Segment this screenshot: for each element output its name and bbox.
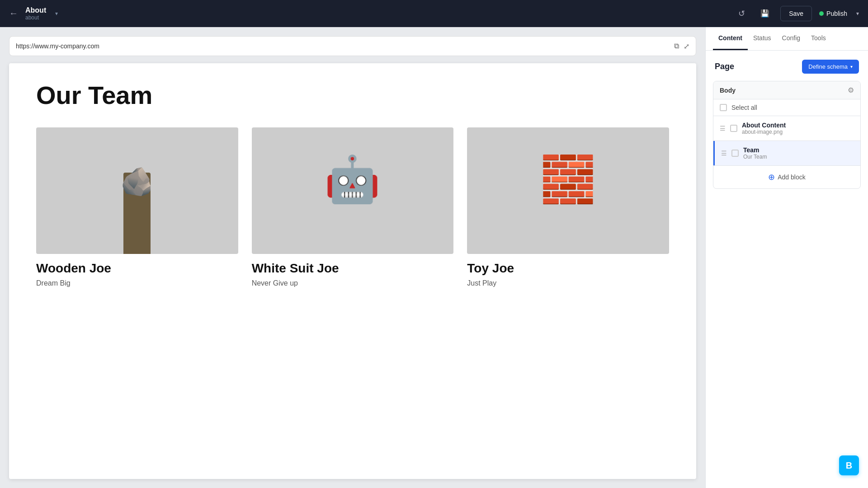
back-icon: ← xyxy=(9,8,18,19)
right-panel: ContentStatusConfigTools Page Define sch… xyxy=(705,27,868,488)
publish-label: Publish xyxy=(826,10,847,17)
expand-icon[interactable]: ⤢ xyxy=(684,42,689,51)
team-member-role: Dream Big xyxy=(36,279,238,287)
team-card: White Suit JoeNever Give up xyxy=(252,127,454,287)
team-card: Toy JoeJust Play xyxy=(467,127,669,287)
define-schema-label: Define schema xyxy=(808,63,848,70)
block-subtitle: Our Team xyxy=(743,154,854,160)
team-card-image-2 xyxy=(467,127,669,254)
team-member-role: Just Play xyxy=(467,279,669,287)
tab-tools[interactable]: Tools xyxy=(806,27,831,50)
gear-icon[interactable]: ⚙ xyxy=(848,86,854,94)
define-schema-button[interactable]: Define schema ▾ xyxy=(802,60,859,74)
add-block-icon: ⊕ xyxy=(768,172,775,182)
preview-frame: Our Team Wooden JoeDream BigWhite Suit J… xyxy=(9,63,696,479)
team-card-image-1 xyxy=(252,127,454,254)
body-header: Body ⚙ xyxy=(713,81,860,99)
drag-handle: ☰ xyxy=(720,125,726,132)
drag-handle: ☰ xyxy=(721,150,727,157)
tab-content[interactable]: Content xyxy=(713,27,748,50)
block-item[interactable]: ☰ Team Our Team xyxy=(713,141,860,165)
storyblok-logo: B xyxy=(846,460,852,471)
main-layout: https://www.my-company.com ⧉ ⤢ Our Team … xyxy=(0,27,868,488)
team-grid: Wooden JoeDream BigWhite Suit JoeNever G… xyxy=(36,127,669,287)
panel-tabs: ContentStatusConfigTools xyxy=(706,27,868,51)
block-name: About Content xyxy=(742,122,854,129)
panel-section-header: Page Define schema ▾ xyxy=(706,60,868,81)
team-member-role: Never Give up xyxy=(252,279,454,287)
add-block-label: Add block xyxy=(778,174,805,181)
block-items-container: ☰ About Content about-image.png ☰ Team O… xyxy=(713,116,860,165)
team-member-name: Toy Joe xyxy=(467,261,669,276)
select-all-row: Select all xyxy=(713,99,860,116)
publish-status-dot xyxy=(819,11,824,16)
publish-button[interactable]: Publish xyxy=(819,10,847,17)
select-all-label: Select all xyxy=(731,104,757,111)
save-icon-button[interactable]: 💾 xyxy=(757,5,773,22)
define-schema-caret: ▾ xyxy=(850,64,853,69)
team-member-name: Wooden Joe xyxy=(36,261,238,276)
block-checkbox[interactable] xyxy=(731,150,739,157)
team-member-name: White Suit Joe xyxy=(252,261,454,276)
body-label: Body xyxy=(720,87,736,94)
panel-section-title: Page xyxy=(715,62,734,71)
storyblok-button[interactable]: B xyxy=(839,455,859,475)
page-title: About xyxy=(25,6,46,14)
panel-content: Page Define schema ▾ Body ⚙ Select all ☰ xyxy=(706,51,868,488)
preview-area: https://www.my-company.com ⧉ ⤢ Our Team … xyxy=(0,27,705,488)
page-heading: Our Team xyxy=(36,81,669,109)
address-bar: https://www.my-company.com ⧉ ⤢ xyxy=(9,36,696,56)
refresh-button[interactable]: ↺ xyxy=(733,5,750,22)
copy-url-icon[interactable]: ⧉ xyxy=(674,42,679,50)
block-info: About Content about-image.png xyxy=(742,122,854,135)
publish-dropdown-arrow[interactable]: ▾ xyxy=(856,10,859,17)
block-name: Team xyxy=(743,146,854,154)
select-all-checkbox[interactable] xyxy=(720,104,727,111)
topbar: ← About about ▾ ↺ 💾 Save Publish ▾ xyxy=(0,0,868,27)
page-slug: about xyxy=(25,14,46,21)
block-subtitle: about-image.png xyxy=(742,129,854,135)
block-checkbox[interactable] xyxy=(730,125,737,132)
block-item[interactable]: ☰ About Content about-image.png xyxy=(713,116,860,141)
back-button[interactable]: ← xyxy=(9,8,18,19)
page-info: About about xyxy=(25,6,46,21)
tab-config[interactable]: Config xyxy=(777,27,806,50)
add-block-row[interactable]: ⊕ Add block xyxy=(713,165,860,188)
team-card-image-0 xyxy=(36,127,238,254)
page-dropdown-arrow[interactable]: ▾ xyxy=(55,10,58,17)
block-info: Team Our Team xyxy=(743,146,854,160)
refresh-icon: ↺ xyxy=(738,9,745,19)
team-card: Wooden JoeDream Big xyxy=(36,127,238,287)
save-button[interactable]: Save xyxy=(780,6,812,21)
body-section: Body ⚙ Select all ☰ About Content about-… xyxy=(713,81,861,189)
tab-status[interactable]: Status xyxy=(748,27,777,50)
save-cloud-icon: 💾 xyxy=(760,9,769,18)
url-display: https://www.my-company.com xyxy=(16,42,670,50)
